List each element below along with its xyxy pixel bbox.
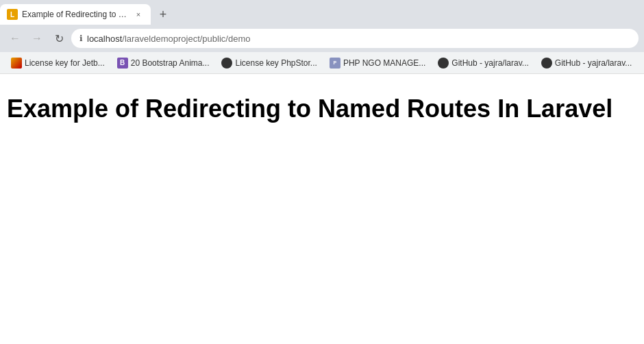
tab-title: Example of Redirecting to Name [22, 10, 129, 19]
reload-button[interactable]: ↻ [49, 29, 69, 48]
github2-favicon [541, 58, 552, 69]
bookmark-jetbrains[interactable]: License key for Jetb... [5, 56, 110, 71]
bookmark-bootstrap-label: 20 Bootstrap Anima... [131, 58, 210, 68]
bookmark-jetbrains-label: License key for Jetb... [25, 58, 105, 68]
bookmark-phpstorm-label: License key PhpStor... [235, 58, 317, 68]
back-button[interactable]: ← [5, 29, 25, 48]
jetbrains-favicon [11, 58, 22, 69]
page-content: Example of Redirecting to Named Routes I… [0, 74, 644, 344]
bookmark-ngo-label: PHP NGO MANAGE... [343, 58, 425, 68]
tab-close-button[interactable]: × [133, 9, 144, 20]
bookmark-phpstorm[interactable]: License key PhpStor... [216, 56, 322, 71]
page-heading: Example of Redirecting to Named Routes I… [7, 95, 637, 123]
bookmark-bootstrap[interactable]: B 20 Bootstrap Anima... [112, 56, 215, 71]
address-bar: ← → ↻ ℹ localhost/laraveldemoproject/pub… [0, 25, 644, 52]
new-tab-button[interactable]: + [153, 5, 173, 24]
url-domain: localhost [87, 34, 122, 44]
bootstrap-favicon: B [117, 58, 128, 69]
bookmark-github2[interactable]: GitHub - yajra/larav... [536, 56, 637, 71]
ngo-favicon: P [330, 58, 340, 69]
bookmark-ngo[interactable]: P PHP NGO MANAGE... [324, 56, 431, 71]
active-tab[interactable]: L Example of Redirecting to Name × [0, 4, 151, 25]
forward-button[interactable]: → [27, 29, 47, 48]
phpstorm-favicon [221, 58, 232, 69]
bookmark-github1-label: GitHub - yajra/larav... [451, 58, 528, 68]
bookmark-github1[interactable]: GitHub - yajra/larav... [432, 56, 534, 71]
url-path: /laraveldemoproject/public/demo [122, 34, 250, 44]
url-bar[interactable]: ℹ localhost/laraveldemoproject/public/de… [71, 29, 639, 48]
github1-favicon [438, 58, 449, 69]
url-text: localhost/laraveldemoproject/public/demo [87, 34, 630, 44]
tab-favicon: L [7, 9, 18, 20]
browser-chrome: L Example of Redirecting to Name × + ← →… [0, 0, 644, 74]
secure-icon: ℹ [79, 34, 83, 43]
bookmarks-bar: License key for Jetb... B 20 Bootstrap A… [0, 52, 644, 74]
bookmark-github2-label: GitHub - yajra/larav... [555, 58, 632, 68]
tab-bar: L Example of Redirecting to Name × + [0, 0, 644, 25]
